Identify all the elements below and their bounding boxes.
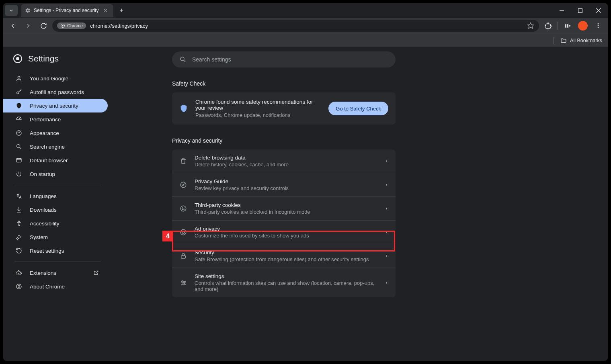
search-icon <box>179 56 187 63</box>
svg-point-5 <box>62 25 64 27</box>
back-button[interactable] <box>6 19 19 32</box>
svg-marker-37 <box>386 207 388 209</box>
svg-point-19 <box>19 132 20 132</box>
separator <box>14 185 100 185</box>
minimize-button[interactable] <box>552 3 571 18</box>
svg-point-30 <box>180 182 186 188</box>
svg-point-34 <box>182 208 183 209</box>
go-to-safety-check-button[interactable]: Go to Safety Check <box>328 102 388 115</box>
title-bar: Settings - Privacy and security ✕ + <box>3 3 608 18</box>
profile-avatar[interactable] <box>578 21 588 31</box>
svg-marker-6 <box>528 23 534 29</box>
tab-title: Settings - Privacy and security <box>34 8 98 13</box>
svg-marker-32 <box>386 184 388 186</box>
browser-toolbar: Chrome chrome://settings/privacy <box>3 18 608 34</box>
svg-point-36 <box>182 209 183 210</box>
maximize-button[interactable] <box>571 3 589 18</box>
settings-sidebar: Settings You and Google Autofill and pas… <box>3 47 108 361</box>
svg-point-47 <box>184 282 185 283</box>
star-icon[interactable] <box>527 22 534 29</box>
safety-check-card: Chrome found some safety recommendations… <box>172 92 396 125</box>
sidebar-item-extensions[interactable]: Extensions <box>3 266 108 280</box>
sidebar-item-languages[interactable]: Languages <box>3 189 108 203</box>
svg-point-16 <box>17 92 19 94</box>
sidebar-item-search-engine[interactable]: Search engine <box>3 140 108 153</box>
sidebar-item-autofill[interactable]: Autofill and passwords <box>3 85 108 99</box>
person-icon <box>15 75 23 82</box>
sidebar-item-on-startup[interactable]: On startup <box>3 167 108 181</box>
svg-point-39 <box>182 231 185 233</box>
sidebar-item-reset[interactable]: Reset settings <box>3 244 108 258</box>
window-controls <box>552 3 608 18</box>
sidebar-item-appearance[interactable]: Appearance <box>3 126 108 140</box>
safety-check-subtitle: Passwords, Chrome update, notifications <box>195 112 321 118</box>
svg-marker-31 <box>182 184 185 186</box>
palette-icon <box>15 130 23 136</box>
download-icon <box>15 207 23 213</box>
sidebar-item-downloads[interactable]: Downloads <box>3 203 108 217</box>
sidebar-item-about[interactable]: About Chrome <box>3 280 108 293</box>
svg-point-14 <box>16 57 19 60</box>
extensions-button[interactable] <box>541 19 554 32</box>
shield-icon <box>15 102 23 109</box>
row-delete-browsing-data[interactable]: Delete browsing dataDelete history, cook… <box>172 149 396 173</box>
row-site-settings[interactable]: Site settingsControls what information s… <box>172 268 396 297</box>
chevron-right-icon <box>385 230 388 235</box>
browser-tab[interactable]: Settings - Privacy and security ✕ <box>21 4 113 17</box>
svg-marker-49 <box>386 282 388 284</box>
reload-button[interactable] <box>37 19 50 32</box>
svg-point-18 <box>18 132 18 132</box>
external-link-icon <box>93 270 99 276</box>
safety-check-heading: Safety Check <box>172 80 445 87</box>
forward-button[interactable] <box>22 19 35 32</box>
reset-icon <box>15 247 23 254</box>
settings-title: Settings <box>28 54 59 63</box>
address-bar[interactable]: Chrome chrome://settings/privacy <box>52 20 539 32</box>
safety-check-title: Chrome found some safety recommendations… <box>195 99 321 111</box>
search-settings-input[interactable]: Search settings <box>172 51 396 67</box>
close-window-button[interactable] <box>589 3 608 18</box>
settings-content: Settings You and Google Autofill and pas… <box>3 47 608 361</box>
all-bookmarks-button[interactable]: All Bookmarks <box>560 37 602 44</box>
svg-point-10 <box>598 23 599 25</box>
separator <box>14 262 100 262</box>
row-third-party-cookies[interactable]: Third-party cookiesThird-party cookies a… <box>172 196 396 220</box>
sidebar-item-accessibility[interactable]: Accessibility <box>3 217 108 230</box>
new-tab-button[interactable]: + <box>116 5 127 16</box>
settings-main: Search settings Safety Check Chrome foun… <box>108 47 608 361</box>
tab-search-button[interactable] <box>5 5 18 16</box>
svg-rect-1 <box>578 8 582 12</box>
privacy-security-list: Delete browsing dataDelete history, cook… <box>172 149 396 297</box>
svg-marker-29 <box>386 160 388 162</box>
svg-point-33 <box>180 206 186 211</box>
accessibility-icon <box>15 220 23 227</box>
browser-window: Settings - Privacy and security ✕ + Chro… <box>3 3 608 361</box>
svg-point-35 <box>184 209 185 210</box>
svg-point-11 <box>598 25 599 27</box>
svg-line-28 <box>184 60 185 62</box>
sidebar-item-performance[interactable]: Performance <box>3 112 108 126</box>
chevron-right-icon <box>385 182 388 187</box>
svg-marker-40 <box>386 231 388 233</box>
row-privacy-guide[interactable]: Privacy GuideReview key privacy and secu… <box>172 173 396 196</box>
row-ad-privacy[interactable]: Ad privacyCustomize the info used by sit… <box>172 220 396 244</box>
translate-icon <box>15 193 23 199</box>
svg-point-27 <box>180 57 184 61</box>
close-tab-button[interactable]: ✕ <box>102 8 109 14</box>
sidebar-item-you-and-google[interactable]: You and Google <box>3 72 108 85</box>
annotation-number: 4 <box>162 231 173 241</box>
sidebar-item-privacy-security[interactable]: Privacy and security <box>3 99 108 112</box>
sidebar-item-system[interactable]: System <box>3 230 108 244</box>
menu-button[interactable] <box>592 19 605 32</box>
gear-icon <box>25 8 31 13</box>
media-controls-button[interactable] <box>561 19 574 32</box>
trash-icon <box>179 157 187 165</box>
svg-point-12 <box>598 27 599 28</box>
svg-rect-22 <box>16 158 21 162</box>
sidebar-item-default-browser[interactable]: Default browser <box>3 153 108 167</box>
row-security[interactable]: SecuritySafe Browsing (protection from d… <box>172 244 396 268</box>
browser-icon <box>15 157 23 164</box>
url-text: chrome://settings/privacy <box>90 23 148 29</box>
svg-rect-41 <box>181 256 186 258</box>
chrome-icon <box>60 23 65 28</box>
